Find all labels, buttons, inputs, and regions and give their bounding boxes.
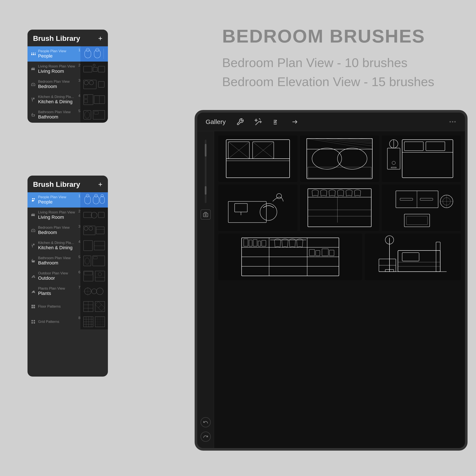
brush-thumb-plants-b [80,284,108,299]
brush-mainlabel: People [38,53,80,59]
brush-sublabel-living: Living Room Plan View [38,64,80,68]
sidebar-bottom-buttons [201,417,211,448]
brush-sublabel-b: People Plan View [38,195,80,199]
svg-point-48 [98,272,102,276]
brush-item-outdoor-b[interactable]: Outdoor Plan View Outdoor 6 [28,269,108,284]
svg-point-110 [260,204,277,221]
script-icon[interactable] [273,118,280,126]
arrow-icon[interactable] [291,118,299,126]
svg-rect-104 [426,142,445,151]
svg-point-22 [32,198,34,200]
brush-icon-people [30,52,37,56]
panel-header-bottom: Brush Library + [28,176,108,192]
brush-icon-living-b [30,213,37,218]
svg-point-96 [338,148,367,169]
camera-button[interactable] [201,209,211,220]
brush-thumb-bedroom-b [80,223,108,238]
svg-rect-10 [84,81,88,85]
brush-item-livingroom-top[interactable]: Living Room Plan View Living Room 2 [28,62,108,77]
svg-rect-46 [84,272,92,275]
brush-text-people-b: People Plan View People [37,195,80,205]
svg-point-8 [93,64,95,66]
gallery-button[interactable]: Gallery [206,118,226,125]
svg-rect-35 [89,227,93,230]
brush-preview-2 [300,136,379,182]
brush-text-living-b: Living Room Plan View Living Room [37,210,80,220]
scroll-thumb-bottom[interactable] [205,186,206,195]
brush-icon-floor-b [30,304,37,309]
svg-rect-87 [307,138,372,179]
svg-rect-136 [258,241,261,246]
svg-rect-41 [84,256,91,266]
svg-rect-36 [96,227,104,234]
brush-item-bedroom-b[interactable]: Bedroom Plan View Bedroom 3 [28,223,108,238]
svg-line-90 [314,138,372,146]
brush-item-living-b[interactable]: Living Room Plan View Living Room 2 [28,207,108,223]
svg-rect-119 [400,198,413,200]
brush-item-grid-b[interactable]: Grid Patterns 8 [28,314,108,329]
add-button-top[interactable]: + [98,34,102,43]
brush-text-bathroom: Bathroom Plan View Bathroom [37,110,80,120]
brush-item-kitchen-top[interactable]: Kitchen & Dining Pla... Kitchen & Dining… [28,92,108,107]
brush-icon-grid-b [30,320,37,324]
svg-rect-5 [84,66,92,72]
tablet-sidebar [197,131,214,448]
brush-preview-7 [218,234,362,280]
tablet-drawing-area[interactable] [214,131,465,448]
brush-item-plants-b[interactable]: Plants Plan View Plants 7 [28,284,108,299]
redo-button[interactable] [201,432,211,442]
wrench-icon[interactable] [236,118,244,126]
brush-preview-6 [382,185,461,231]
svg-point-29 [101,194,103,197]
brush-thumb-people [80,46,108,62]
brush-preview-3 [382,136,461,182]
magic-wand-icon[interactable] [255,118,262,126]
brush-item-people-bottom[interactable]: People Plan View People 1 [28,192,108,207]
svg-rect-14 [84,95,87,99]
svg-rect-137 [262,240,266,246]
svg-rect-97 [308,167,371,178]
brush-item-bathroom-b[interactable]: Bathroom Plan View Bathroom 5 [28,253,108,269]
undo-button[interactable] [201,417,211,427]
brush-mainlabel-living: Living Room [38,68,80,74]
svg-rect-126 [406,216,427,225]
brush-text-living: Living Room Plan View Living Room [37,64,80,74]
svg-rect-148 [402,253,419,261]
brush-thumb-bedroom [80,77,108,92]
brush-text-bedroom: Bedroom Plan View Bedroom [37,80,80,89]
brush-sublabel-bedroom: Bedroom Plan View [38,80,80,84]
brush-row-2 [218,185,461,231]
brush-num-b: 1 [79,194,80,198]
svg-rect-6 [93,67,97,71]
brush-preview-4 [218,185,297,231]
svg-rect-125 [404,214,430,227]
brush-preview-8 [365,234,461,280]
brush-thumb-kitchen-b [80,238,108,253]
svg-rect-98 [387,148,400,169]
panel-title-bottom: Brush Library [33,180,80,188]
svg-rect-39 [94,241,105,250]
svg-point-111 [276,194,282,199]
brush-thumb-living-b [80,207,108,223]
brush-panel-top: Brush Library + People Plan View People … [28,30,108,123]
svg-rect-11 [89,81,94,85]
brush-item-floor-b[interactable]: Floor Patterns [28,299,108,314]
brush-text-bathroom-b: Bathroom Plan View Bathroom [37,256,80,266]
promo-line2: Bedroom Elevation View - 15 brushes [222,72,455,91]
brush-icon-bedroom [30,82,37,87]
brush-item-kitchen-b[interactable]: Kitchen & Dining Pla... Kitchen & Dining… [28,238,108,253]
brush-icon-bathroom-b [30,258,37,263]
brush-item-bedroom-top[interactable]: Bedroom Plan View Bedroom 3 [28,77,108,92]
brush-text-kitchen: Kitchen & Dining Pla... Kitchen & Dining [37,95,80,104]
add-button-bottom[interactable]: + [98,180,102,188]
brush-item-bathroom-top[interactable]: Bathroom Plan View Bathroom 5 [28,107,108,122]
brush-item-people-top[interactable]: People Plan View People 1 [28,46,108,62]
brush-thumb-floor-b [80,299,108,314]
more-options[interactable]: ••• [449,119,457,125]
brush-icon-kitchen-b [30,243,37,248]
svg-point-27 [95,194,98,197]
tablet-content [197,131,465,448]
scroll-thumb-top[interactable] [205,144,206,156]
svg-point-105 [392,161,395,165]
tablet-toolbar: Gallery ••• [197,113,465,131]
